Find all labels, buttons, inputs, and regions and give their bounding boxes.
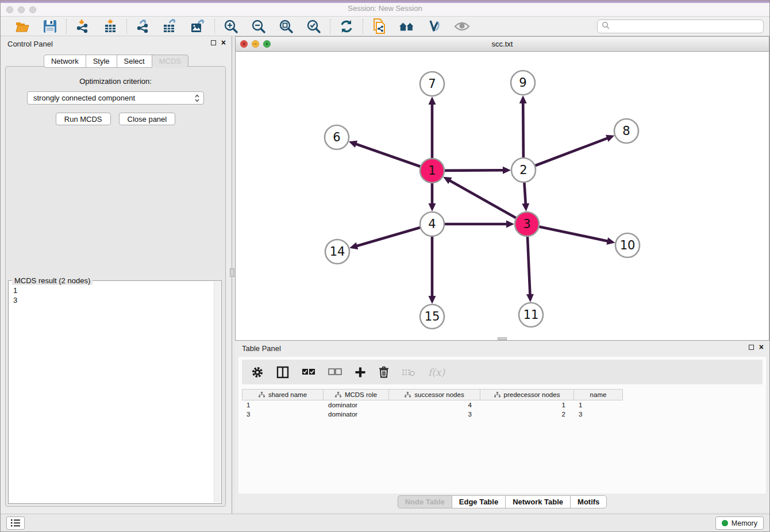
gear-icon[interactable] [251,365,264,380]
graph-node-label: 11 [523,308,539,322]
tab-node-table[interactable]: Node Table [398,495,452,508]
graph-node-label: 2 [519,163,527,177]
graph-edge-2-8[interactable] [534,138,608,166]
graph-edge-arrowhead [606,135,614,142]
column-header-shared-name[interactable]: shared name [242,389,324,400]
mcds-panel: Optimization criterion: strongly connect… [5,66,226,507]
float-panel-icon[interactable] [211,40,216,45]
graph-edge-arrowhead [349,141,357,148]
graph-node-label: 14 [330,245,345,259]
titlebar-accent [1,1,769,3]
tab-select[interactable]: Select [117,55,152,68]
close-panel-icon[interactable]: × [221,39,226,46]
graph-edge-arrowhead [349,242,358,249]
tab-edge-table[interactable]: Edge Table [452,495,505,508]
table-panel-tabs: Node Table Edge Table Network Table Moti… [235,495,769,508]
zoom-in-icon[interactable] [223,18,239,34]
memory-button[interactable]: Memory [715,516,764,530]
columns-icon[interactable] [276,365,289,380]
tab-network[interactable]: Network [44,55,86,68]
tab-motifs[interactable]: Motifs [570,495,607,508]
chevron-up-down-icon [193,93,201,103]
graph-edge-arrowhead [522,203,529,211]
zoom-selected-icon[interactable] [306,18,322,34]
graph-edge-arrowhead [526,294,534,302]
refresh-icon[interactable] [338,18,355,34]
style-swoosh-icon[interactable] [426,18,442,34]
graph-node-label: 1 [428,164,436,178]
eye-icon[interactable] [454,18,470,34]
export-network-icon[interactable] [135,18,151,34]
column-header-predecessor-nodes[interactable]: predecessor nodes [480,389,574,400]
float-panel-icon[interactable] [749,345,754,350]
graph-edge-2-3[interactable] [524,181,526,205]
select-all-icon[interactable] [302,365,315,380]
graph-edge-3-10[interactable] [538,226,609,241]
graph-edge-arrowhead [506,221,514,228]
column-header-successor-nodes[interactable]: successor nodes [389,389,480,400]
close-panel-button[interactable]: Close panel [119,113,176,125]
graph-edge-1-6[interactable] [355,144,422,167]
search-icon [602,21,610,32]
clipboard-network-icon[interactable] [371,18,387,34]
task-history-button[interactable] [6,516,25,530]
memory-label: Memory [732,519,757,527]
run-mcds-button[interactable]: Run MCDS [56,113,111,125]
column-header-name[interactable]: name [574,389,623,400]
graph-node-label: 6 [333,130,340,144]
close-panel-icon[interactable]: × [759,344,764,350]
function-builder-icon[interactable]: f(x) [428,365,445,380]
graph-node-label: 3 [523,217,530,231]
import-table-icon[interactable] [102,18,118,34]
graph-edge-3-1[interactable] [449,180,518,219]
export-image-icon[interactable] [190,18,206,34]
network-titlebar[interactable]: × − + scc.txt [236,37,769,52]
result-scrollbar[interactable] [214,282,221,503]
graph-edge-arrowhead [429,203,436,211]
save-floppy-icon[interactable] [42,18,58,34]
deselect-all-icon[interactable] [328,365,342,380]
import-network-icon[interactable] [75,18,91,34]
network-graph: 7968124314101511 [236,52,769,340]
network-canvas[interactable]: 7968124314101511 [236,52,769,340]
tab-network-table[interactable]: Network Table [505,495,570,508]
graph-edge-2-9[interactable] [523,102,523,159]
optimization-criterion-label: Optimization criterion: [6,77,225,86]
zoom-fit-icon[interactable] [278,18,294,34]
main-toolbar [1,17,769,36]
canvas-resize-handle[interactable] [498,337,507,340]
export-table-icon[interactable] [163,18,179,34]
node-table-header: shared name MCDS role successor nodes pr… [242,389,763,400]
graph-edge-3-11[interactable] [528,235,530,295]
mcds-result-line: 3 [13,295,217,305]
graph-edge-4-14[interactable] [356,227,422,246]
tab-style[interactable]: Style [86,55,117,68]
graph-edge-1-2[interactable] [443,170,504,171]
trash-icon[interactable] [379,365,389,380]
mcds-result-box: MCDS result (2 nodes) 1 3 [8,280,222,504]
graph-node-label: 10 [620,238,636,252]
list-icon [11,519,20,527]
search-input[interactable] [613,21,763,32]
home-icon[interactable] [399,18,415,34]
zoom-out-icon[interactable] [251,18,267,34]
graph-edge-arrowhead [429,97,436,105]
control-panel-tabs: Network Style Select MCDS [1,55,232,68]
column-header-mcds-role[interactable]: MCDS role [324,389,389,400]
graph-edge-arrowhead [503,167,511,174]
tab-mcds[interactable]: MCDS [152,55,188,68]
panel-divider-handle[interactable] [230,268,234,277]
search-field[interactable] [597,20,764,33]
graph-node-label: 15 [425,310,440,323]
attribute-icon [335,392,341,398]
optimization-criterion-select[interactable]: strongly connected component [27,91,204,105]
add-icon[interactable] [355,365,366,380]
delete-table-icon[interactable] [402,365,415,380]
table-row[interactable]: 1 dominator 4 1 1 [242,400,763,410]
node-table: shared name MCDS role successor nodes pr… [242,389,763,419]
table-panel: Table Panel × [235,341,769,512]
graph-node-label: 8 [622,124,630,138]
table-row[interactable]: 3 dominator 3 2 3 [242,410,763,419]
graph-edge-arrowhead [519,95,527,103]
open-folder-icon[interactable] [14,18,30,34]
